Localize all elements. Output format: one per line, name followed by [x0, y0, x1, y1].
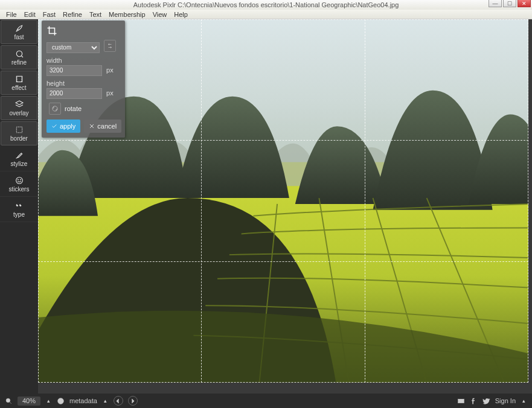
minimize-button[interactable]: — [489, 0, 502, 7]
unit-label: px [106, 89, 114, 97]
layers-icon [14, 100, 24, 109]
crop-panel: custom width px height px rotate [42, 21, 125, 138]
tool-label: stylize [11, 161, 28, 167]
metadata-label[interactable]: metadata [69, 397, 97, 404]
next-button[interactable] [128, 396, 138, 406]
tool-label: effect [11, 84, 26, 91]
menu-edit[interactable]: Edit [21, 10, 39, 19]
menu-membership[interactable]: Membership [105, 10, 149, 19]
canvas-area[interactable]: custom width px height px rotate [38, 19, 532, 394]
svg-point-3 [16, 177, 22, 183]
tool-label: stickers [9, 186, 30, 193]
rotate-button[interactable] [49, 103, 61, 115]
tool-label: refine [11, 59, 27, 66]
tool-stylize[interactable]: stylize [0, 146, 38, 171]
x-icon [89, 123, 95, 129]
cancel-button[interactable]: cancel [84, 120, 121, 133]
twitter-icon[interactable] [482, 397, 490, 405]
menu-help[interactable]: Help [170, 10, 191, 19]
close-button[interactable]: ✕ [518, 0, 531, 7]
facebook-icon[interactable] [470, 397, 478, 405]
tool-label: border [10, 135, 28, 142]
svg-point-0 [16, 51, 22, 56]
rotate-label: rotate [65, 105, 82, 112]
swap-dimensions-button[interactable] [104, 40, 116, 52]
app-body: fast refine effect overlay border styliz… [0, 19, 532, 394]
rocket-icon [14, 24, 24, 33]
border-icon [14, 125, 24, 135]
width-input[interactable] [46, 65, 102, 76]
tool-label: type [13, 211, 25, 218]
mail-icon[interactable] [457, 397, 465, 405]
search-icon[interactable] [5, 397, 13, 405]
svg-point-5 [20, 179, 21, 180]
apply-button[interactable]: apply [46, 120, 80, 133]
sidebar: fast refine effect overlay border styliz… [0, 19, 38, 394]
svg-point-10 [58, 398, 64, 404]
settings-icon[interactable] [57, 397, 65, 405]
brush-icon [14, 150, 24, 160]
metadata-caret[interactable]: ▴ [102, 398, 109, 404]
signin-link[interactable]: Sign In [495, 397, 516, 404]
tool-stickers[interactable]: stickers [0, 171, 38, 197]
width-label: width [46, 57, 120, 64]
circle-icon [14, 49, 24, 59]
menu-fast[interactable]: Fast [39, 10, 59, 19]
height-label: height [46, 80, 120, 87]
zoom-caret[interactable]: ▴ [45, 398, 52, 404]
tool-effect[interactable]: effect [1, 71, 37, 95]
unit-label: px [106, 66, 114, 74]
tool-label: fast [14, 34, 24, 40]
film-icon [14, 74, 24, 84]
statusbar: 40% ▴ metadata ▴ Sign In ▴ [0, 394, 532, 408]
svg-point-4 [18, 179, 18, 180]
window-controls: — ☐ ✕ [489, 0, 531, 7]
tool-label: overlay [9, 110, 28, 116]
svg-point-8 [6, 398, 10, 403]
zoom-level[interactable]: 40% [18, 397, 40, 406]
quote-icon [14, 201, 24, 211]
menu-view[interactable]: View [149, 10, 171, 19]
svg-rect-2 [16, 127, 22, 132]
window-title: Autodesk Pixlr C:\Ontecnia\Nuevos fondos… [133, 1, 399, 8]
menu-refine[interactable]: Refine [59, 10, 86, 19]
prev-button[interactable] [114, 396, 123, 406]
tool-refine[interactable]: refine [1, 45, 37, 69]
swap-icon [106, 42, 114, 49]
crop-icon [46, 25, 57, 36]
tool-overlay[interactable]: overlay [1, 96, 37, 120]
titlebar: Autodesk Pixlr C:\Ontecnia\Nuevos fondos… [0, 0, 532, 10]
maximize-button[interactable]: ☐ [503, 0, 516, 7]
tool-fast[interactable]: fast [1, 20, 37, 44]
rotate-icon [51, 105, 59, 112]
height-input[interactable] [46, 88, 102, 99]
tool-border[interactable]: border [1, 121, 37, 145]
menubar: File Edit Fast Refine Text Membership Vi… [0, 10, 532, 19]
signin-caret[interactable]: ▴ [521, 398, 527, 404]
sticker-icon [14, 176, 24, 185]
menu-file[interactable]: File [2, 10, 21, 19]
check-icon [51, 123, 57, 129]
svg-rect-1 [16, 76, 22, 81]
crop-preset-select[interactable]: custom [46, 42, 100, 53]
tool-type[interactable]: type [0, 197, 38, 222]
menu-text[interactable]: Text [86, 10, 105, 19]
